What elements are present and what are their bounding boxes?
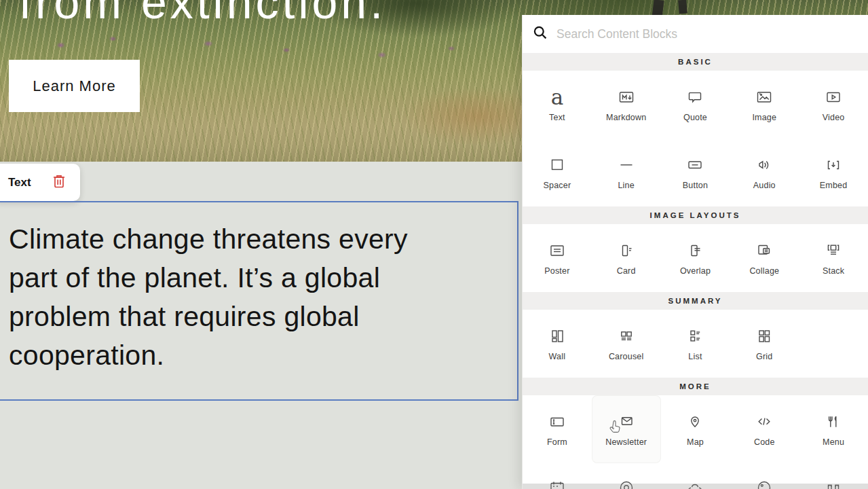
search-icon (533, 25, 548, 43)
section-header-summary: SUMMARY (523, 292, 868, 310)
wall-icon (548, 327, 567, 346)
quote-icon (685, 88, 704, 107)
block-grid: PosterCardOverlapCollageStack (523, 224, 868, 292)
block-grid: WallCarouselListGrid (523, 310, 868, 378)
embed-icon (824, 156, 843, 175)
markdown-icon (617, 88, 636, 107)
editor-stage: from extinction. Learn More Text Climate… (0, 0, 868, 489)
block-item-label: Map (687, 437, 704, 447)
block-item-code[interactable]: Code (730, 395, 799, 463)
block-item-label: Stack (823, 266, 844, 276)
newsletter-icon (617, 412, 636, 431)
stack-icon (824, 241, 843, 260)
block-item-label: Collage (749, 266, 779, 276)
text-line: problem that requires global (9, 297, 504, 336)
block-item-label: Audio (753, 181, 776, 190)
block-item-list[interactable]: List (661, 310, 730, 378)
block-item-label: Card (617, 266, 636, 276)
hero-heading: from extinction. (19, 0, 386, 29)
trash-icon (52, 173, 67, 192)
delete-block-button[interactable] (52, 173, 67, 192)
block-item-spacer[interactable]: Spacer (523, 139, 592, 206)
audio-icon (755, 156, 774, 175)
photo-person-legs (678, 0, 687, 14)
overlap-icon (685, 241, 704, 260)
text-line: cooperation. (9, 336, 504, 375)
code-icon (755, 412, 774, 431)
block-item-label: Spacer (543, 181, 571, 190)
block-item-collage[interactable]: Collage (730, 224, 799, 292)
block-item-label: Overlap (680, 266, 711, 276)
poster-icon (548, 241, 567, 260)
list-icon (685, 327, 704, 346)
block-item-newsletter[interactable]: Newsletter (592, 395, 661, 463)
collage-icon (755, 241, 774, 260)
search-input[interactable] (556, 27, 857, 41)
grid-icon (755, 327, 774, 346)
search-row (523, 15, 868, 53)
block-item-label: Grid (756, 352, 772, 361)
selected-text-block[interactable]: Climate change threatens every part of t… (0, 201, 518, 401)
block-item-label: Newsletter (605, 437, 647, 447)
block-item-form[interactable]: Form (523, 395, 592, 463)
block-grid: aTextMarkdownQuoteImageVideoSpacerLineBu… (523, 71, 868, 206)
block-item-map[interactable]: Map (661, 395, 730, 463)
block-item-label: Video (823, 113, 845, 122)
map-pin-icon (685, 412, 704, 431)
block-item-line[interactable]: Line (592, 139, 661, 206)
learn-more-button[interactable]: Learn More (9, 60, 140, 112)
block-item-menu[interactable]: Menu (799, 395, 868, 463)
text-line: part of the planet. It’s a global (9, 259, 504, 297)
line-icon (617, 156, 636, 175)
block-item-wall[interactable]: Wall (523, 310, 592, 378)
block-item-label: Button (683, 181, 708, 190)
block-item-label: Menu (823, 437, 844, 447)
block-item-quote[interactable]: Quote (661, 71, 730, 139)
card-icon (617, 241, 636, 260)
block-item-video[interactable]: Video (799, 71, 868, 139)
block-item-image[interactable]: Image (730, 71, 799, 139)
block-item-text[interactable]: aText (523, 71, 592, 139)
block-item-label: Wall (549, 352, 566, 361)
carousel-icon (617, 327, 636, 346)
block-grid: FormNewsletterMapCodeMenu (523, 395, 868, 463)
bottom-strip (523, 484, 868, 489)
block-item-carousel[interactable]: Carousel (592, 310, 661, 378)
section-header-image-layouts: IMAGE LAYOUTS (523, 206, 868, 224)
content-blocks-panel: BASICaTextMarkdownQuoteImageVideoSpacerL… (522, 15, 868, 489)
section-header-more: MORE (523, 378, 868, 395)
menu-icon (824, 412, 843, 431)
video-icon (824, 88, 843, 107)
block-item-label: Form (547, 437, 567, 447)
block-item-markdown[interactable]: Markdown (592, 71, 661, 139)
form-icon (548, 412, 567, 431)
block-item-label: Line (618, 181, 634, 190)
block-item-label: Embed (820, 181, 848, 190)
block-type-label: Text (8, 176, 31, 189)
block-item-label: Text (549, 113, 565, 122)
block-item-button[interactable]: Button (661, 139, 730, 206)
block-item-label: Image (752, 113, 776, 122)
block-item-embed[interactable]: Embed (799, 139, 868, 206)
block-item-label: Code (754, 437, 775, 447)
block-item-label: List (688, 352, 702, 361)
block-item-poster[interactable]: Poster (523, 224, 592, 292)
block-item-label: Quote (683, 113, 707, 122)
block-item-label: Poster (544, 266, 569, 276)
text-line: Climate change threatens every (9, 220, 504, 259)
text-icon: a (548, 88, 567, 107)
block-item-overlap[interactable]: Overlap (661, 224, 730, 292)
block-toolbar: Text (0, 164, 80, 201)
button-icon (685, 156, 704, 175)
image-icon (755, 88, 774, 107)
block-item-card[interactable]: Card (592, 224, 661, 292)
section-header-basic: BASIC (523, 53, 868, 71)
block-item-audio[interactable]: Audio (730, 139, 799, 206)
spacer-icon (548, 156, 567, 175)
block-item-label: Markdown (606, 113, 646, 122)
block-item-grid[interactable]: Grid (730, 310, 799, 378)
block-item-stack[interactable]: Stack (799, 224, 868, 292)
block-item-label: Carousel (609, 352, 644, 361)
